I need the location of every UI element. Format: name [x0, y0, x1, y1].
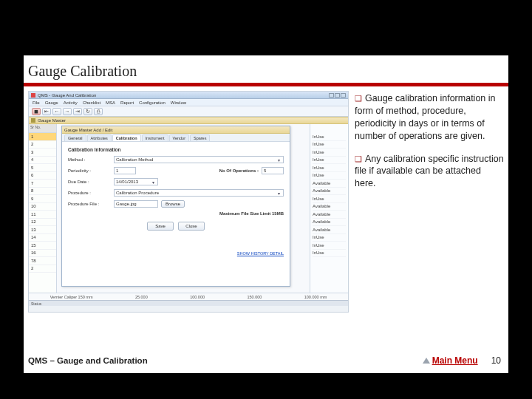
up-arrow-icon [423, 358, 430, 364]
list-item[interactable]: 4 [29, 157, 56, 165]
tab-spares[interactable]: Spares [190, 134, 210, 141]
procedure-select[interactable]: Calibration Procedure ▾ [114, 189, 284, 197]
periodicity-label: Periodicity : [68, 168, 111, 173]
menu-configuration[interactable]: Configuration [139, 100, 166, 105]
list-item[interactable]: 8 [29, 188, 56, 196]
duedate-value: 14/01/2013 [116, 180, 138, 184]
dialog-titlebar: Gauge Master Add / Edit [62, 126, 290, 134]
status-cell: Available [313, 188, 346, 196]
status-cell: InUse [313, 157, 346, 165]
chevron-down-icon: ▾ [276, 157, 282, 163]
menu-msa[interactable]: MSA [106, 100, 115, 105]
list-item[interactable]: 14 [29, 234, 56, 242]
tab-attributes[interactable]: Attributes [87, 134, 112, 141]
status-cell: InUse [313, 195, 346, 203]
list-item[interactable]: 2 [29, 265, 56, 273]
procedure-value: Calibration Procedure [116, 191, 159, 195]
procfile-label: Procedure File : [68, 202, 111, 206]
method-select[interactable]: Calibration Method ▾ [114, 156, 284, 163]
slide-notes: ❑Gauge calibration information in form o… [355, 91, 504, 313]
procfile-input[interactable]: Gauge.jpg [114, 200, 158, 208]
close-button[interactable] [341, 93, 346, 98]
child-window-icon [31, 118, 35, 123]
list-item[interactable]: 6 [29, 172, 56, 180]
toolbar-btn-4[interactable]: → [63, 108, 72, 115]
maximize-button[interactable] [335, 93, 340, 98]
axis-tick: 100.000 [190, 295, 205, 299]
status-cell: InUse [313, 172, 346, 180]
toolbar-btn-5[interactable]: ⇥ [73, 108, 82, 115]
app-icon [31, 93, 35, 98]
status-cell: InUse [313, 133, 346, 141]
chevron-down-icon: ▾ [276, 191, 282, 196]
list-item[interactable]: 1 [29, 133, 56, 141]
status-cell: InUse [313, 164, 346, 172]
method-label: Method : [68, 157, 111, 162]
gauge-master-dialog: Gauge Master Add / Edit General Attribut… [61, 126, 290, 287]
tab-vendor[interactable]: Vendor [169, 134, 189, 141]
main-menu-label: Main Menu [432, 355, 478, 366]
toolbar-btn-6[interactable]: ↻ [83, 108, 92, 115]
status-cell: Available [313, 211, 346, 219]
menu-report[interactable]: Report [120, 100, 134, 105]
section-title: Calibration Information [68, 147, 284, 152]
list-item[interactable]: 16 [29, 250, 56, 258]
close-dialog-button[interactable]: Close [178, 222, 205, 231]
status-cell: InUse [313, 141, 346, 149]
slide-title: Gauge Calibration [24, 55, 508, 83]
list-item[interactable]: 13 [29, 226, 56, 234]
menu-gauge[interactable]: Gauge [45, 100, 58, 105]
child-window-titlebar: Gauge Master [29, 117, 348, 124]
close-label: Close [185, 224, 197, 228]
noops-value: 5 [264, 168, 266, 173]
toolbar-btn-2[interactable]: ⇤ [42, 108, 51, 115]
title-rule [24, 83, 508, 86]
bullet-icon: ❑ [355, 154, 362, 163]
duedate-input[interactable]: 14/01/2013 ▾ [114, 178, 158, 185]
toolbar-btn-7[interactable]: ⎙ [94, 108, 103, 115]
menu-window[interactable]: Window [171, 100, 186, 105]
menubar: File Gauge Activity Checklist MSA Report… [29, 99, 348, 106]
embedded-screenshot: QMS - Gauge And Calibration File Gauge A… [28, 91, 349, 313]
tab-general[interactable]: General [64, 134, 86, 141]
tab-instrument[interactable]: Instrument [142, 134, 168, 141]
status-cell: Available [313, 226, 346, 234]
tab-calibration[interactable]: Calibration [112, 134, 141, 141]
show-history-link[interactable]: SHOW HISTORY DETAIL [237, 251, 284, 256]
toolbar-btn-3[interactable]: ← [52, 108, 61, 115]
periodicity-input[interactable]: 1 [114, 167, 136, 174]
browse-button[interactable]: Browse [161, 200, 185, 208]
footer-text: QMS – Gauge and Calibration [28, 356, 148, 365]
axis-tick: 25.000 [135, 295, 148, 299]
bullet-icon: ❑ [355, 94, 362, 103]
noops-input[interactable]: 5 [262, 167, 284, 174]
menu-activity[interactable]: Activity [64, 100, 78, 105]
minimize-button[interactable] [329, 93, 334, 98]
toolbar-btn-1[interactable]: ◼ [32, 108, 41, 115]
list-item[interactable]: 5 [29, 164, 56, 172]
periodicity-value: 1 [116, 168, 118, 173]
save-button[interactable]: Save [147, 222, 174, 231]
list-item[interactable]: 7 [29, 180, 56, 188]
axis-footer: Vernier Caliper 150 mm 25.000 100.000 15… [29, 293, 348, 300]
list-item[interactable]: 11 [29, 211, 56, 219]
list-item[interactable]: 3 [29, 149, 56, 157]
statusbar: Status [29, 300, 348, 306]
procfile-value: Gauge.jpg [116, 202, 137, 206]
dialog-tabstrip: General Attributes Calibration Instrumen… [62, 134, 290, 142]
main-menu-link[interactable]: Main Menu [423, 355, 478, 366]
status-cell: InUse [313, 242, 346, 250]
app-title: QMS - Gauge And Calibration [38, 93, 96, 98]
child-window-title: Gauge Master [38, 118, 66, 123]
menu-file[interactable]: File [33, 100, 40, 105]
list-item[interactable]: 15 [29, 242, 56, 250]
list-item[interactable]: 12 [29, 219, 56, 227]
list-item[interactable]: 9 [29, 195, 56, 203]
list-item[interactable]: 2 [29, 141, 56, 149]
list-item[interactable]: 78 [29, 257, 56, 265]
list-item[interactable]: 10 [29, 203, 56, 211]
procedure-label: Procedure : [68, 191, 111, 195]
menu-checklist[interactable]: Checklist [83, 100, 100, 105]
calendar-icon: ▾ [150, 180, 156, 185]
status-cell: Available [313, 203, 346, 211]
